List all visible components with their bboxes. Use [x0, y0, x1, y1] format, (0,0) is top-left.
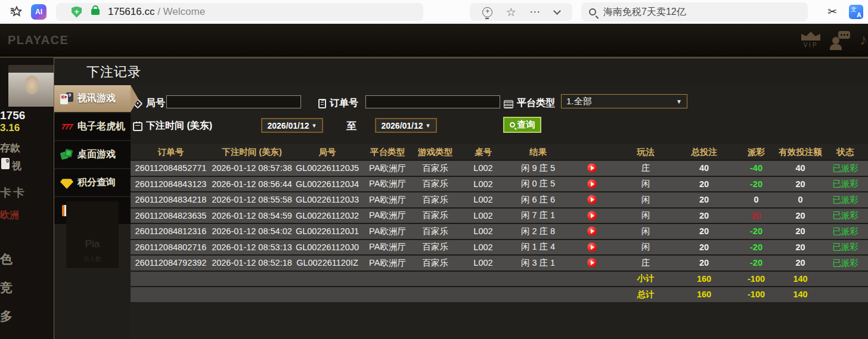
dropdown-arrow-icon: ▼ — [676, 98, 682, 105]
grand-total-row-total-bet: 160 — [674, 290, 734, 299]
column-header: 派彩 — [734, 147, 779, 158]
replay-play-icon[interactable] — [587, 242, 597, 252]
sidebar-item-label: 桌面游戏 — [78, 148, 116, 161]
chevron-down-icon[interactable] — [553, 7, 561, 15]
column-header: 总投注 — [674, 147, 734, 158]
platform-type-select[interactable]: 1.全部 ▼ — [561, 94, 687, 108]
url-host: 175616.cc — [108, 6, 154, 17]
subtotal-row: 小计160-100140 — [131, 270, 868, 287]
cell-replay — [567, 211, 617, 220]
cell-bet-side: 庄 — [617, 257, 674, 269]
translate-icon[interactable]: 文 A — [849, 5, 863, 19]
date-from-picker[interactable]: 2026/01/12 ▼ — [261, 118, 323, 133]
cell-payout: -20 — [734, 258, 779, 268]
clipboard-icon — [318, 99, 326, 108]
replay-play-icon[interactable] — [587, 226, 597, 236]
cell-round-number: GL002261120IZ — [293, 258, 362, 268]
cell-replay — [567, 179, 617, 189]
background-kaka-label: 卡卡 — [0, 185, 54, 201]
cell-replay — [567, 163, 617, 173]
cell-bet-side: 闲 — [617, 241, 674, 253]
column-header: 结果 — [509, 147, 567, 158]
column-header: 游戏类型 — [413, 147, 457, 158]
music-note-icon[interactable]: ♪ — [860, 31, 867, 48]
grand-total-row: 总计160-100140 — [131, 286, 868, 302]
betting-records-panel: 下注记录 视讯游戏777电子老虎机桌面游戏积分查询额度记录 Pia 总人数 局号… — [54, 58, 868, 339]
secure-lock-icon[interactable] — [91, 9, 100, 15]
table-row: 2601120848431232026-01-12 08:56:44GL0022… — [131, 176, 868, 192]
video-cards-icon — [60, 92, 73, 105]
cell-result: 闲 7 庄 1 — [509, 210, 567, 221]
platform-selected-value: 1.全部 — [566, 96, 592, 107]
ai-extension-icon[interactable]: AI — [31, 4, 46, 20]
cell-valid-bet: 20 — [779, 242, 822, 252]
background-char-2: 竞 — [0, 279, 54, 296]
screenshot-scissors-icon[interactable]: ✂ — [827, 5, 837, 18]
search-icon — [589, 8, 596, 15]
platform-filter-label: 平台类型 — [504, 97, 555, 110]
query-button[interactable]: 查询 — [503, 117, 541, 133]
cell-order-number: 260112084823635 — [131, 211, 211, 220]
cell-total-bet: 20 — [674, 242, 734, 252]
browser-search-box[interactable]: 海南免税7天卖12亿 — [581, 2, 808, 21]
cell-status: 已派彩 — [822, 163, 868, 174]
order-label-text: 订单号 — [330, 97, 358, 110]
search-query[interactable]: 海南免税7天卖12亿 — [603, 6, 686, 18]
sidebar-item-1[interactable]: 777电子老虎机 — [54, 113, 131, 140]
cell-platform: PA欧洲厅 — [362, 194, 413, 206]
round-number-input[interactable] — [166, 95, 301, 108]
cell-total-bet: 40 — [674, 163, 734, 173]
cell-bet-side: 闲 — [617, 194, 674, 206]
cell-result: 闲 3 庄 1 — [509, 257, 567, 269]
replay-play-icon[interactable] — [587, 258, 597, 268]
dealer-info: 总人数 — [66, 255, 119, 263]
cell-game-type: 百家乐 — [413, 226, 457, 237]
bookmark-star-icon[interactable]: ☆ — [506, 7, 516, 18]
table-games-icon — [60, 148, 73, 161]
address-bar[interactable]: 175616.cc / Welcome — [56, 3, 423, 21]
cell-valid-bet: 0 — [779, 195, 822, 204]
date-to-picker[interactable]: 2026/01/12 ▼ — [375, 118, 437, 133]
replay-play-icon[interactable] — [587, 211, 597, 220]
slots-777-icon: 777 — [60, 120, 73, 133]
adblock-shield-icon[interactable] — [72, 7, 82, 18]
background-europe-label: 欧洲 — [0, 209, 54, 222]
support-chat-icon-body — [830, 44, 842, 50]
cell-order-number: 260112084812316 — [131, 226, 211, 236]
points-gem-icon — [60, 178, 73, 189]
order-number-input[interactable] — [365, 95, 500, 108]
table-row: 2601120847923922026-01-12 08:52:18GL0022… — [131, 254, 868, 270]
cell-valid-bet: 40 — [779, 163, 822, 173]
replay-play-icon[interactable] — [587, 179, 597, 189]
replay-play-icon[interactable] — [587, 163, 597, 173]
cell-order-number: 260112084802716 — [131, 242, 211, 252]
table-header-row: 订单号下注时间 (美东)局号平台类型游戏类型桌号结果玩法总投注派彩有效投注额状态 — [131, 144, 868, 160]
site-logo[interactable]: PLAYACE — [8, 33, 69, 47]
cell-game-type: 百家乐 — [413, 178, 457, 189]
cell-bet-time: 2026-01-12 08:54:02 — [211, 226, 293, 236]
sidebar-item-2[interactable]: 桌面游戏 — [54, 141, 131, 168]
cell-valid-bet: 20 — [779, 226, 822, 236]
cell-valid-bet: 20 — [779, 179, 822, 189]
cell-bet-time: 2026-01-12 08:54:59 — [211, 211, 293, 220]
cell-total-bet: 20 — [674, 195, 734, 204]
customer-service-button[interactable] — [831, 31, 851, 50]
replay-play-icon[interactable] — [587, 195, 597, 204]
cell-payout: 0 — [734, 195, 779, 204]
table-row: 2601120848342182026-01-12 08:55:58GL0022… — [131, 191, 868, 207]
cell-bet-side: 闲 — [617, 210, 674, 221]
cell-replay — [567, 226, 617, 236]
cell-result: 闲 6 庄 6 — [509, 194, 567, 206]
url-text[interactable]: 175616.cc / Welcome — [108, 6, 205, 18]
more-menu-icon[interactable]: ⋯ — [529, 9, 541, 15]
cell-status: 已派彩 — [822, 194, 868, 206]
vip-button[interactable]: VIP — [800, 32, 822, 48]
add-collection-icon[interactable] — [482, 7, 492, 17]
sidebar-item-0[interactable]: 视讯游戏 — [54, 85, 131, 112]
sidebar-item-3[interactable]: 积分查询 — [54, 169, 131, 196]
favorites-star-icon[interactable] — [10, 5, 23, 18]
avatar — [8, 65, 54, 107]
site-header: PLAYACE VIP ♪ — [0, 24, 868, 58]
cell-round-number: GL002261120J2 — [293, 211, 362, 220]
query-button-label: 查询 — [517, 119, 535, 130]
